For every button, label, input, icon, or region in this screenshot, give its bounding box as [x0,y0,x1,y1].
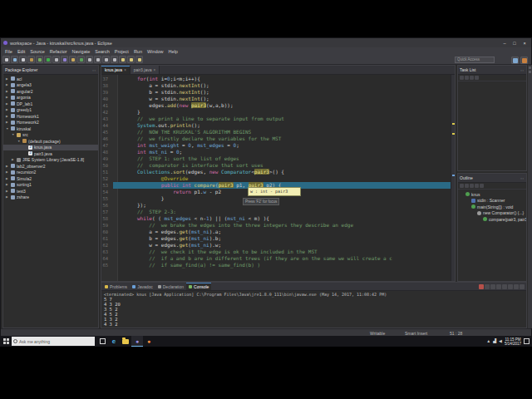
code-line[interactable]: 62 w = edges.get(mst_ni).w; [101,242,451,249]
toolbar-last-edit-location-icon[interactable] [119,56,126,63]
start-button[interactable] [0,336,12,347]
taskbar-firefox-icon[interactable]: ● [143,336,155,347]
menu-project[interactable]: Project [112,49,131,54]
code-line[interactable]: 59 // we brake the edges into the three … [101,222,451,229]
tree-item[interactable]: Jpair3.java [3,150,98,157]
maximize-button[interactable]: □ [510,39,520,47]
tree-item[interactable]: ▶DP_lab1 [3,101,98,107]
tree-item[interactable]: ▶zshare [3,195,98,201]
code-line[interactable]: 45 // NOW THE KRUSKAL'S ALGORITHM BEGINS [101,129,451,135]
menu-run[interactable]: Run [131,49,145,54]
toolbar-debug-icon[interactable] [36,56,43,63]
word-wrap-icon[interactable] [508,284,513,289]
outline-menu-icon[interactable] [480,184,484,188]
twisty-icon[interactable]: ▶ [6,90,9,93]
console-tab-problems[interactable]: Problems [102,283,130,290]
tree-item[interactable]: compare(pair3, pair3) : int [458,216,526,223]
code-line[interactable]: 58 while( ( mst_edges < n-1) || (mst_ni … [101,215,451,222]
toolbar-save-icon[interactable] [11,56,18,63]
twisty-icon[interactable]: ▶ [6,83,9,86]
menu-window[interactable]: Window [145,49,166,54]
twisty-icon[interactable]: ▼ [12,133,15,136]
title-bar[interactable]: workspace - Java - ktruskal/src/knus.jav… [1,38,531,47]
taskbar-clock[interactable]: 11:15 PM 5/14/2017 [505,337,521,346]
menu-edit[interactable]: Edit [15,49,27,54]
categorized-view-icon[interactable] [465,76,469,80]
clear-console-icon[interactable] [496,284,501,289]
code-line[interactable]: 47 int mst_weight = 0, mst_edges = 0; [101,142,451,149]
code-line[interactable]: 46 // we firstly declare the variables f… [101,135,451,142]
toolbar-new-package-icon[interactable] [69,56,76,63]
toolbar-back-icon[interactable] [127,56,135,63]
outline-header[interactable]: Outline ▫▫ [458,174,526,183]
tree-item[interactable]: main(String[]) : void [458,204,526,210]
menu-navigate[interactable]: Navigate [70,49,93,54]
menu-refactor[interactable]: Refactor [47,49,70,54]
tree-item[interactable]: ▼ktruskal [3,126,98,132]
code-line[interactable]: 40 w = stdin.nextInt(); [101,96,451,102]
code-line[interactable]: 49 // STEP 1: sort the list of edges [101,155,451,162]
scroll-lock-icon[interactable] [502,284,507,289]
tree-item[interactable]: ▶greedy1 [3,107,98,114]
package-explorer-header[interactable]: Package Explorer ▫▫ [3,66,98,75]
tree-item[interactable]: ▶JRE System Library [JavaSE-1.8] [3,157,98,164]
action-center-icon[interactable] [524,338,530,344]
pin-console-icon[interactable] [514,284,519,289]
console-tab-declaration[interactable]: Declaration [155,283,186,290]
taskbar-task-view-icon[interactable] [96,336,108,347]
tree-item[interactable]: ▶acl [3,76,98,82]
twisty-icon[interactable]: ▶ [6,108,9,111]
console-tab-javadoc[interactable]: Javadoc [130,283,155,290]
code-line[interactable]: 50 // comparator is interface that sort … [101,162,451,169]
tree-item[interactable]: ▶angular2 [3,88,98,95]
taskbar-edge-icon[interactable]: e [108,336,120,347]
toolbar-new-class-icon[interactable] [77,56,85,63]
toolbar-print-icon[interactable] [19,56,27,63]
new-task-icon[interactable] [460,76,464,80]
volume-icon[interactable]: ◀ [499,336,502,347]
close-button[interactable]: × [520,39,530,47]
restore-view-icon[interactable] [529,71,531,73]
code-line[interactable]: 61 b = edges.get(mst_ni).b; [101,235,451,242]
twisty-icon[interactable]: ▶ [12,158,15,161]
menu-search[interactable]: Search [92,49,111,54]
twisty-icon[interactable]: ▶ [6,183,9,186]
taskbar-search-box[interactable]: Ask me anything [12,337,95,346]
tree-item[interactable]: ▶Homework2 [3,120,98,126]
twisty-icon[interactable]: ▶ [6,165,9,168]
menu-source[interactable]: Source [27,49,47,54]
twisty-icon[interactable]: ▼ [17,140,21,143]
tree-item[interactable]: ▼src [3,132,98,139]
tab-close-icon[interactable]: × [153,68,155,72]
toolbar-run-icon[interactable] [44,56,52,63]
editor-tab-pair3.java[interactable]: pair3.java× [131,66,160,74]
twisty-icon[interactable]: ▶ [6,77,9,81]
code-line[interactable]: 48 int mst_ni = 0; [101,149,451,155]
console-output[interactable]: 5 74 3 203 5 24 5 21 3 24 3 2 [101,297,526,327]
twisty-icon[interactable]: ▶ [6,96,9,99]
tab-close-icon[interactable]: × [124,68,126,72]
tree-item[interactable]: ▼(default package) [3,138,98,145]
hide-fields-icon[interactable] [465,184,469,188]
taskbar-file-explorer-icon[interactable] [120,336,131,347]
twisty-icon[interactable]: ▶ [6,190,9,193]
tree-item[interactable]: ▶argonia [3,95,98,101]
perspective-java-icon[interactable] [520,57,528,64]
terminate-icon[interactable] [479,284,484,289]
code-line[interactable]: 39 b = stdin.nextInt(); [101,89,451,96]
code-line[interactable]: 43 // we print a line to separate input … [101,116,451,122]
code-line[interactable]: 52 @Override [101,175,451,182]
twisty-icon[interactable]: ▶ [6,195,9,199]
code-line[interactable]: 65 // if same_find(a) != same_find(b) ) [101,262,451,268]
menu-help[interactable]: Help [166,49,180,54]
tree-item[interactable]: ▶lab2_observer2 [3,163,98,170]
code-line[interactable]: 51 Collections.sort(edges, new Comparato… [101,169,451,175]
twisty-icon[interactable]: ▶ [6,102,9,106]
tree-item[interactable]: knus [458,191,526,198]
remove-all-launches-icon[interactable] [490,284,495,289]
editor-tab-knus.java[interactable]: knus.java× [101,66,131,74]
tree-item[interactable]: ▶Simula2 [3,175,98,182]
tree-item[interactable]: ▶angela3 [3,82,98,89]
code-line[interactable]: 42 } [101,109,451,116]
panel-minimize-icons[interactable]: ▫▫ [92,68,96,72]
